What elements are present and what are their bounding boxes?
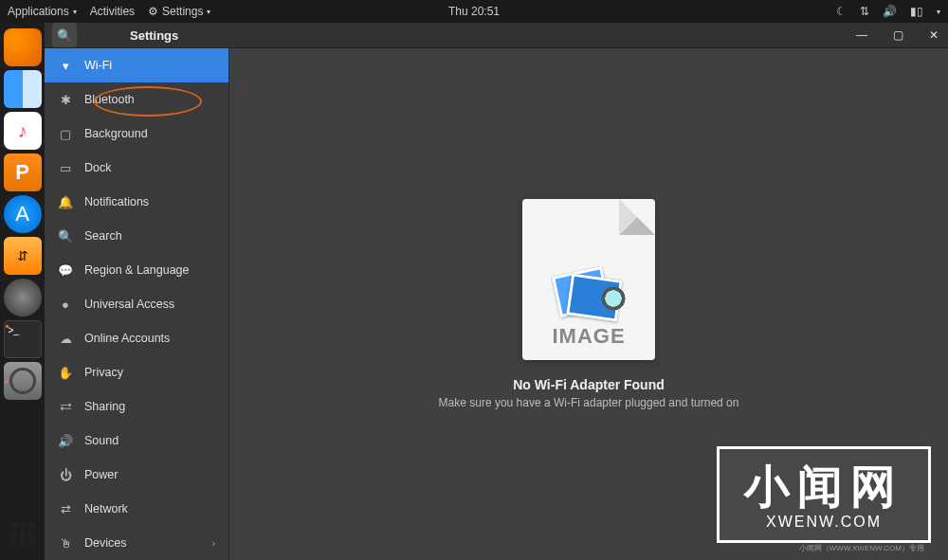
- current-app-menu[interactable]: ⚙ Settings▾: [148, 5, 210, 18]
- sound-icon: 🔊: [58, 434, 73, 448]
- show-applications[interactable]: [6, 516, 40, 551]
- minimize-button[interactable]: —: [855, 28, 868, 42]
- sidebar-item-label: Bluetooth: [84, 93, 135, 106]
- sidebar-item-search[interactable]: 🔍Search: [45, 219, 228, 253]
- system-menu-icon[interactable]: ▾: [937, 8, 940, 16]
- dock-icon: ▭: [58, 161, 73, 175]
- sidebar-item-label: Background: [84, 127, 148, 140]
- wifi-icon: ▾: [58, 59, 73, 73]
- sidebar-item-label: Network: [84, 502, 128, 515]
- sidebar-item-label: Devices: [84, 536, 126, 550]
- search-icon: 🔍: [58, 229, 73, 244]
- background-icon: ▢: [58, 127, 73, 141]
- universal-icon: ●: [58, 298, 73, 312]
- dock-firefox[interactable]: [4, 28, 42, 66]
- dock-files[interactable]: [4, 70, 42, 108]
- sidebar-item-sound[interactable]: 🔊Sound: [45, 424, 228, 458]
- status-title: No Wi-Fi Adapter Found: [513, 377, 665, 392]
- devices-icon: 🖱: [58, 536, 73, 551]
- sidebar-item-wifi[interactable]: ▾Wi-Fi: [45, 48, 228, 82]
- close-button[interactable]: ✕: [927, 28, 940, 42]
- sidebar-item-background[interactable]: ▢Background: [45, 117, 228, 151]
- sidebar-item-label: Notifications: [84, 195, 149, 208]
- window-title: Settings: [130, 28, 178, 43]
- sidebar-item-network[interactable]: ⇄Network: [45, 492, 228, 526]
- dock-terminal[interactable]: >_: [4, 320, 42, 358]
- search-button[interactable]: 🔍: [52, 23, 77, 47]
- network-status-icon[interactable]: ⇅: [860, 5, 869, 18]
- watermark: 小闻网 XWENW.COM 小闻网（WWW.XWENW.COM）专用: [717, 446, 931, 543]
- sidebar-item-online[interactable]: ☁Online Accounts: [45, 321, 228, 355]
- sidebar-item-label: Region & Language: [84, 263, 190, 277]
- sidebar-item-label: Sharing: [84, 400, 125, 413]
- dock-music[interactable]: ♪: [4, 112, 42, 150]
- settings-pane: IMAGE No Wi-Fi Adapter Found Make sure y…: [229, 48, 948, 560]
- dock: ♪ P A ⇵ >_: [0, 23, 45, 560]
- dock-presentation[interactable]: P: [4, 154, 42, 191]
- sidebar-item-bluetooth[interactable]: ✱Bluetooth: [45, 82, 228, 117]
- dock-settings[interactable]: [4, 362, 42, 400]
- sidebar-item-sharing[interactable]: ⮂Sharing: [45, 389, 228, 424]
- sidebar-item-label: Privacy: [84, 366, 123, 379]
- clock[interactable]: Thu 20:51: [448, 5, 500, 18]
- sidebar-item-devices[interactable]: 🖱Devices›: [45, 526, 228, 560]
- sidebar-item-label: Search: [84, 229, 122, 243]
- dock-appstore[interactable]: A: [4, 195, 42, 233]
- sidebar-item-universal[interactable]: ●Universal Access: [45, 287, 228, 321]
- maximize-button[interactable]: ▢: [891, 28, 904, 42]
- applications-menu[interactable]: Applications▾: [8, 5, 77, 18]
- bluetooth-icon: ✱: [58, 93, 73, 107]
- sidebar-item-privacy[interactable]: ✋Privacy: [45, 355, 228, 389]
- placeholder-image: IMAGE: [522, 199, 655, 360]
- privacy-icon: ✋: [58, 366, 73, 380]
- sidebar-item-dock[interactable]: ▭Dock: [45, 151, 228, 185]
- activities-button[interactable]: Activities: [90, 5, 135, 18]
- top-bar: Applications▾ Activities ⚙ Settings▾ Thu…: [0, 0, 948, 23]
- volume-status-icon[interactable]: 🔊: [883, 5, 897, 18]
- sidebar-item-label: Universal Access: [84, 298, 174, 311]
- dock-usb[interactable]: ⇵: [4, 237, 42, 275]
- sidebar-item-power[interactable]: ⏻Power: [45, 458, 228, 492]
- notifications-icon: 🔔: [58, 195, 73, 209]
- sidebar-item-region[interactable]: 💬Region & Language: [45, 253, 228, 287]
- sidebar-item-label: Dock: [84, 161, 111, 174]
- dock-system[interactable]: [4, 279, 42, 316]
- settings-window: 🔍 Settings — ▢ ✕ ▾Wi-Fi✱Bluetooth▢Backgr…: [45, 23, 948, 560]
- night-icon[interactable]: ☾: [836, 5, 847, 18]
- sidebar-item-label: Online Accounts: [84, 332, 170, 345]
- region-icon: 💬: [58, 263, 73, 278]
- battery-status-icon[interactable]: ▮▯: [910, 5, 923, 18]
- status-subtitle: Make sure you have a Wi-Fi adapter plugg…: [439, 396, 739, 409]
- sharing-icon: ⮂: [58, 400, 73, 414]
- settings-sidebar: ▾Wi-Fi✱Bluetooth▢Background▭Dock🔔Notific…: [45, 48, 229, 560]
- network-icon: ⇄: [58, 502, 73, 516]
- chevron-right-icon: ›: [212, 538, 215, 549]
- power-icon: ⏻: [58, 468, 73, 482]
- sidebar-item-label: Power: [84, 468, 118, 481]
- settings-icon: ⚙: [148, 5, 158, 18]
- sidebar-item-label: Wi-Fi: [84, 59, 112, 72]
- online-icon: ☁: [58, 332, 73, 346]
- titlebar[interactable]: 🔍 Settings — ▢ ✕: [45, 23, 948, 48]
- sidebar-item-notifications[interactable]: 🔔Notifications: [45, 185, 228, 219]
- sidebar-item-label: Sound: [84, 434, 118, 447]
